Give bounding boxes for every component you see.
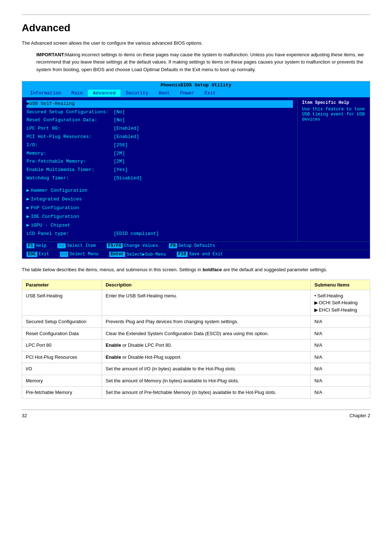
bios-box: PhoenixBIOS Setup Utility Information Ma… — [22, 81, 370, 259]
parameter-table: Parameter Description Submenu Items USB … — [22, 280, 370, 399]
below-bios-text: The table below describes the items, men… — [22, 266, 370, 274]
nav-advanced[interactable]: Advanced — [88, 90, 121, 97]
important-block: IMPORTANT:Making incorrect settings to i… — [22, 51, 370, 74]
table-row: Memory Set the amount of Memory (in byte… — [22, 375, 370, 387]
page-footer: 32 Chapter 2 — [22, 410, 370, 418]
submenu-prefetchable: N/A — [311, 387, 370, 399]
bios-spacer — [26, 183, 293, 187]
bios-item-integrated-devices[interactable]: Integrated Devices — [26, 195, 293, 203]
table-row: PCI Hot-Plug Resources Enable or Disable… — [22, 351, 370, 363]
desc-usb-self-healing: Enter the USB Self-Healing menu. — [102, 290, 311, 316]
col-header-submenu: Submenu Items — [311, 280, 370, 290]
bios-item-hammer-config[interactable]: Hammer Configuration — [26, 187, 293, 195]
bios-item-watchdog[interactable]: Watchdog Timer: [Disabled] — [26, 175, 293, 182]
nav-power[interactable]: Power — [175, 90, 199, 97]
bios-item-lcd-panel[interactable]: LCD Panel type: [EDID compliant] — [26, 230, 293, 238]
page-title: Advanced — [22, 22, 370, 34]
col-header-description: Description — [102, 280, 311, 290]
param-lpc-port: LPC Port 80 — [22, 339, 102, 351]
bios-item-multimedia-timer[interactable]: Enable Multimedia Timer: [Yes] — [26, 166, 293, 174]
desc-lpc-port: Enable or Disable LPC Port 80. — [102, 339, 311, 351]
footer-f10: F10 Save and Exit — [177, 252, 223, 257]
bios-help-title: Item Specific Help — [302, 100, 366, 105]
bios-footer-row2: ESC Exit ←→ Select Menu Enter Select▶Sub… — [22, 250, 370, 259]
footer-f1: F1 Help — [26, 243, 46, 248]
bios-item-pnp-config[interactable]: PnP Configuration — [26, 204, 293, 212]
bios-item-ide-config[interactable]: IDE Configuration — [26, 213, 293, 221]
desc-reset-config: Clear the Extended System Configuration … — [102, 328, 311, 339]
nav-security[interactable]: Security — [121, 90, 153, 97]
footer-esc: ESC Exit — [26, 252, 49, 257]
table-row: Secured Setup Configuration Prevents Plu… — [22, 316, 370, 328]
param-io: I/O — [22, 363, 102, 375]
submenu-io: N/A — [311, 363, 370, 375]
bios-content: ▶USB Self-Healing Secured Setup Configur… — [22, 97, 370, 241]
bios-item-lpc-port[interactable]: LPC Port 80: [Enabled] — [26, 125, 293, 133]
submenu-memory: N/A — [311, 375, 370, 387]
chapter-label: Chapter 2 — [350, 413, 370, 418]
col-header-parameter: Parameter — [22, 280, 102, 290]
bios-help-panel: Item Specific Help Use this feature to t… — [297, 97, 370, 241]
page-number: 32 — [22, 413, 27, 418]
desc-prefetchable: Set the amount of Pre-fetchable Memory (… — [102, 387, 311, 399]
table-row: I/O Set the amount of I/O (in bytes) ava… — [22, 363, 370, 375]
bios-help-text: Use this feature to tune USB timing even… — [302, 107, 366, 122]
important-text: Making incorrect settings to items on th… — [36, 52, 364, 73]
footer-f5f6: F5/F6 Change Values — [107, 243, 158, 248]
bios-item-memory[interactable]: Memory: [2M] — [26, 150, 293, 158]
param-pci-hotplug: PCI Hot-Plug Resources — [22, 351, 102, 363]
bios-item-secured-setup[interactable]: Secured Setup Configurations: [No] — [26, 109, 293, 116]
desc-memory: Set the amount of Memory (in bytes) avai… — [102, 375, 311, 387]
nav-exit[interactable]: Exit — [199, 90, 221, 97]
nav-boot[interactable]: Boot — [154, 90, 175, 97]
footer-enter: Enter Select▶Sub-Menu — [109, 252, 166, 257]
bios-item-pci-hotplug[interactable]: PCI Hot-Plug Resources: [Enabled] — [26, 133, 293, 141]
bios-item-igpu-chipset[interactable]: iGPU - Chipset — [26, 221, 293, 229]
bios-title: PhoenixBIOS Setup Utility — [22, 81, 370, 89]
bios-item-usb-self-healing[interactable]: ▶USB Self-Healing — [26, 100, 293, 108]
nav-information[interactable]: Information — [25, 90, 66, 97]
table-row: LPC Port 80 Enable or Disable LPC Port 8… — [22, 339, 370, 351]
submenu-pci-hotplug: N/A — [311, 351, 370, 363]
submenu-lpc-port: N/A — [311, 339, 370, 351]
footer-leftright: ←→ Select Menu — [60, 252, 98, 257]
param-memory: Memory — [22, 375, 102, 387]
param-prefetchable: Pre-fetchable Memory — [22, 387, 102, 399]
intro-text: The Advanced screen allows the user to c… — [22, 40, 370, 47]
bios-item-prefetchable-memory[interactable]: Pre-fetchable Memory: [2M] — [26, 158, 293, 166]
desc-secured-setup: Prevents Plug and Play devices from chan… — [102, 316, 311, 328]
top-divider — [22, 15, 370, 15]
desc-io: Set the amount of I/O (in bytes) availab… — [102, 363, 311, 375]
param-secured-setup: Secured Setup Configuration — [22, 316, 102, 328]
footer-f9: F9 Setup Defaults — [169, 243, 215, 248]
table-row: Reset Configuration Data Clear the Exten… — [22, 328, 370, 339]
footer-updown: ↑↓ Select Item — [57, 243, 96, 248]
param-reset-config: Reset Configuration Data — [22, 328, 102, 339]
bios-footer-row1: F1 Help ↑↓ Select Item F5/F6 Change Valu… — [22, 241, 370, 250]
table-row: USB Self-Healing Enter the USB Self-Heal… — [22, 290, 370, 316]
submenu-reset-config: N/A — [311, 328, 370, 339]
desc-pci-hotplug: Enable or Disable Hot-Plug support. — [102, 351, 311, 363]
bios-nav-bar: Information Main Advanced Security Boot … — [22, 89, 370, 97]
submenu-usb-self-healing: Self-Healing OCHI Self-Healing EHCI Self… — [311, 290, 370, 316]
nav-main[interactable]: Main — [66, 90, 88, 97]
bios-item-reset-config[interactable]: Reset Configuration Data: [No] — [26, 117, 293, 124]
bios-item-io[interactable]: I/O: [256] — [26, 142, 293, 149]
bios-main-panel: ▶USB Self-Healing Secured Setup Configur… — [22, 97, 297, 241]
important-label: IMPORTANT: — [36, 52, 65, 57]
table-row: Pre-fetchable Memory Set the amount of P… — [22, 387, 370, 399]
submenu-secured-setup: N/A — [311, 316, 370, 328]
param-usb-self-healing: USB Self-Healing — [22, 290, 102, 316]
